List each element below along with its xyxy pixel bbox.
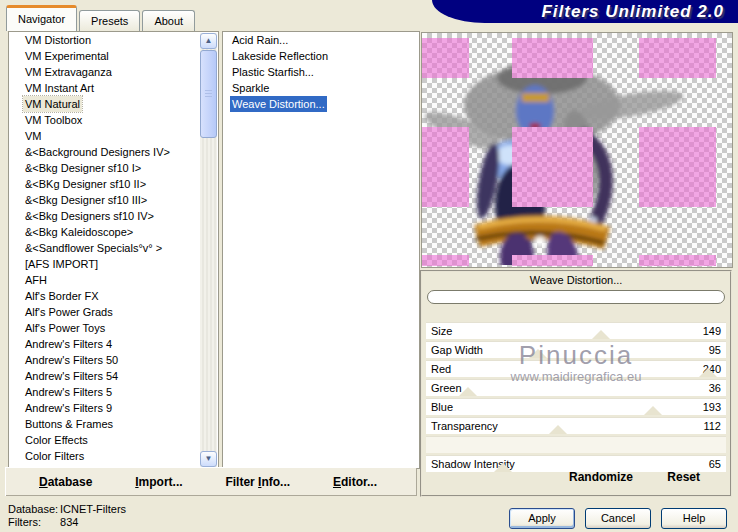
category-list[interactable]: VM DistortionVM ExperimentalVM Extravaga…	[8, 31, 219, 469]
import-button[interactable]: Import...	[135, 475, 182, 489]
list-item[interactable]: &<Bkg Designer sf10 I>	[9, 160, 218, 176]
slider-size[interactable]: Size 149	[426, 322, 726, 339]
weave-tile	[422, 127, 469, 207]
list-item[interactable]: Andrew's Filters 9	[9, 400, 218, 416]
list-item[interactable]: Buttons & Frames	[9, 416, 218, 432]
database-button[interactable]: Database	[39, 475, 92, 489]
list-item[interactable]: Alf's Power Toys	[9, 320, 218, 336]
slider-thumb-icon[interactable]	[549, 425, 567, 434]
reset-button[interactable]: Reset	[667, 470, 700, 484]
list-item[interactable]: VM Toolbox	[9, 112, 218, 128]
slider-gap-width[interactable]: Gap Width 95	[426, 341, 726, 358]
slider-stack: Size 149 Gap Width 95 Red 240 Green 36 B…	[426, 322, 726, 474]
list-item-label: [AFS IMPORT]	[23, 256, 100, 272]
window-title: Filters Unlimited 2.0	[541, 2, 738, 22]
editor-button[interactable]: Editor...	[333, 475, 377, 489]
list-item[interactable]: Plastic Starfish...	[223, 64, 419, 80]
slider-thumb-icon[interactable]	[699, 368, 717, 377]
slider-red[interactable]: Red 240	[426, 360, 726, 377]
apply-button[interactable]: Apply	[509, 508, 575, 529]
empty-slider-row	[426, 436, 726, 453]
weave-tile	[512, 255, 593, 266]
weave-tile	[422, 38, 469, 78]
list-item[interactable]: VM Experimental	[9, 48, 218, 64]
list-item-label: &<Bkg Designer sf10 I>	[23, 160, 143, 176]
list-item[interactable]: Weave Distortion...	[223, 96, 419, 112]
scroll-down-icon[interactable]: ▼	[200, 451, 217, 467]
slider-label: Transparency	[431, 418, 498, 434]
list-item[interactable]: Color Effects	[9, 432, 218, 448]
tab-navigator[interactable]: Navigator	[6, 5, 77, 31]
randomize-button[interactable]: Randomize	[569, 470, 633, 484]
scrollbar-thumb[interactable]	[200, 50, 217, 138]
list-item-label: Buttons & Frames	[23, 416, 115, 432]
list-item[interactable]: Sparkle	[223, 80, 419, 96]
list-item[interactable]: VM Natural	[9, 96, 218, 112]
list-item[interactable]: Color Filters	[9, 448, 218, 464]
list-item[interactable]: Alf's Border FX	[9, 288, 218, 304]
list-item[interactable]: Acid Rain...	[223, 32, 419, 48]
status-filters-label: Filters:	[8, 516, 57, 529]
slider-thumb-icon[interactable]	[459, 387, 477, 396]
list-item-label: Andrew's Filters 5	[23, 384, 114, 400]
tab-label: About	[154, 15, 183, 27]
help-button[interactable]: Help	[661, 508, 727, 529]
category-scrollbar[interactable]: ▲ ▼	[200, 33, 217, 467]
slider-thumb-icon[interactable]	[592, 330, 610, 339]
filters-unlimited-dialog: Filters Unlimited 2.0 NavigatorPresetsAb…	[0, 0, 738, 532]
list-item[interactable]: VM	[9, 128, 218, 144]
list-item-label: Alf's Power Toys	[23, 320, 107, 336]
slider-label: Green	[431, 380, 462, 396]
filter-caption: Weave Distortion...	[422, 273, 730, 288]
slider-thumb-icon[interactable]	[644, 406, 662, 415]
list-item-label: VM Natural	[23, 96, 82, 112]
list-item-label: VM Distortion	[23, 32, 93, 48]
progress-bar	[427, 290, 725, 304]
list-item-label: Andrew's Filters 9	[23, 400, 114, 416]
list-item-label: Weave Distortion...	[230, 96, 327, 112]
list-item[interactable]: VM Instant Art	[9, 80, 218, 96]
status-filters: Filters: 834	[8, 516, 126, 529]
status-database-value: ICNET-Filters	[60, 503, 126, 515]
list-item[interactable]: Andrew's Filters 4	[9, 336, 218, 352]
slider-transparency[interactable]: Transparency 112	[426, 417, 726, 434]
tab-presets[interactable]: Presets	[79, 10, 140, 31]
tab-about[interactable]: About	[142, 10, 195, 31]
list-item[interactable]: &<Bkg Designers sf10 IV>	[9, 208, 218, 224]
list-item[interactable]: &<BKg Designer sf10 II>	[9, 176, 218, 192]
list-item[interactable]: VM Distortion	[9, 32, 218, 48]
list-item-label: Alf's Power Grads	[23, 304, 115, 320]
list-item[interactable]: &<Bkg Kaleidoscope>	[9, 224, 218, 240]
list-item-label: Color Effects	[23, 432, 90, 448]
status-database-label: Database:	[8, 503, 57, 516]
slider-green[interactable]: Green 36	[426, 379, 726, 396]
randomize-row: Randomize Reset	[422, 470, 730, 492]
list-item[interactable]: Andrew's Filters 54	[9, 368, 218, 384]
list-item-label: &<BKg Designer sf10 II>	[23, 176, 148, 192]
filter-control-panel: Weave Distortion... Size 149 Gap Width 9…	[420, 270, 732, 497]
list-item[interactable]: &<Sandflower Specials°v° >	[9, 240, 218, 256]
filter-list[interactable]: Acid Rain...Lakeside ReflectionPlastic S…	[222, 31, 420, 469]
list-item-label: VM Toolbox	[23, 112, 84, 128]
slider-value: 36	[709, 380, 721, 396]
scroll-up-icon[interactable]: ▲	[200, 33, 217, 49]
list-item[interactable]: &<Bkg Designer sf10 III>	[9, 192, 218, 208]
tab-label: Presets	[91, 15, 128, 27]
list-item[interactable]: &<Background Designers IV>	[9, 144, 218, 160]
filter-info-button[interactable]: Filter Info...	[225, 475, 290, 489]
slider-label: Blue	[431, 399, 453, 415]
slider-thumb-icon[interactable]	[529, 349, 547, 358]
list-item[interactable]: Lakeside Reflection	[223, 48, 419, 64]
slider-blue[interactable]: Blue 193	[426, 398, 726, 415]
list-item-label: Color Filters	[23, 448, 86, 464]
list-item[interactable]: [AFS IMPORT]	[9, 256, 218, 272]
list-item[interactable]: Alf's Power Grads	[9, 304, 218, 320]
list-item-label: &<Bkg Designers sf10 IV>	[23, 208, 156, 224]
list-item[interactable]: AFH	[9, 272, 218, 288]
preview-pane	[421, 32, 733, 268]
cancel-button[interactable]: Cancel	[585, 508, 651, 529]
list-item-label: VM	[23, 128, 44, 144]
list-item[interactable]: VM Extravaganza	[9, 64, 218, 80]
list-item[interactable]: Andrew's Filters 50	[9, 352, 218, 368]
list-item[interactable]: Andrew's Filters 5	[9, 384, 218, 400]
